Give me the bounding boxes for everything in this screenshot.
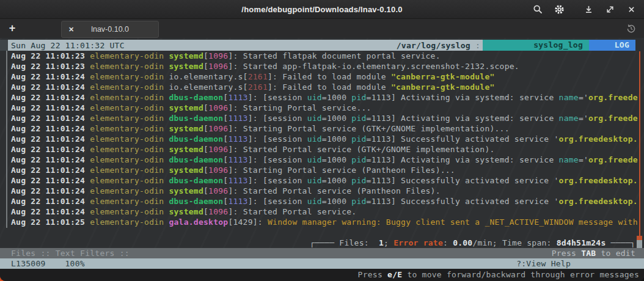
log-line: Aug 22 11:01:23 elementary-odin systemd[… — [0, 51, 644, 61]
close-icon[interactable] — [623, 1, 639, 17]
error-nav-key-hint: e/E — [387, 270, 402, 279]
filter-statusbar: Files :: Text Filters :: Press TAB to ed… — [0, 248, 644, 258]
lnav-terminal[interactable]: Sun Aug 22 11:01:32 UTC /var/log/syslog … — [0, 38, 644, 281]
log-view: Aug 22 11:01:23 elementary-odin systemd[… — [0, 51, 644, 227]
log-line: Aug 22 11:01:24 elementary-odin systemd[… — [0, 206, 644, 217]
topbar-notch — [0, 40, 8, 51]
download-icon[interactable] — [580, 1, 596, 17]
tab-label: lnav-0.10.0 — [74, 25, 146, 34]
log-line: Aug 22 11:01:24 elementary-odin dbus-dae… — [0, 196, 644, 206]
log-line: Aug 22 11:01:24 elementary-odin dbus-dae… — [0, 155, 644, 165]
tab-close-icon[interactable]: ✕ — [68, 26, 74, 34]
window-title: /home/debugpoint/Downloads/lnav-0.10.0 — [241, 5, 402, 14]
log-file-path: /var/log/syslog — [397, 40, 470, 51]
log-line: Aug 22 11:01:24 elementary-odin systemd[… — [0, 103, 644, 113]
scrollbar-thumb[interactable] — [637, 236, 642, 248]
log-line: Aug 22 11:01:25 elementary-odin gala.des… — [0, 217, 644, 227]
search-icon[interactable] — [530, 1, 546, 17]
log-line: Aug 22 11:01:24 elementary-odin io.eleme… — [0, 71, 644, 82]
view-help-hint[interactable]: ?:View Help — [516, 258, 571, 269]
log-left-rule — [6, 51, 7, 228]
scroll-percent: 100% — [65, 258, 85, 269]
log-line: Aug 22 11:01:24 elementary-odin systemd[… — [0, 123, 644, 134]
current-time: Sun Aug 22 11:01:32 UTC — [8, 40, 125, 51]
tabbar: + ✕ lnav-0.10.0 — [0, 19, 644, 39]
tab-key-hint: TAB — [581, 249, 596, 258]
log-line: Aug 22 11:01:24 elementary-odin io.eleme… — [0, 82, 644, 92]
terminal-window: /home/debugpoint/Downloads/lnav-0.10.0 +… — [0, 0, 644, 281]
titlebar[interactable]: /home/debugpoint/Downloads/lnav-0.10.0 — [0, 0, 644, 19]
resize-icon[interactable] — [602, 1, 618, 17]
view-name-badge: LOG — [589, 40, 635, 51]
files-summary-overlay: ┌──── Files: 1; Error rate: 0.00/min; Ti… — [0, 238, 644, 248]
line-number: L135009 — [11, 258, 46, 269]
keymap-hint-bar: Press e/E to move forward/backward throu… — [0, 269, 644, 281]
log-format-badge: syslog_log — [483, 40, 589, 51]
log-line: Aug 22 11:01:24 elementary-odin dbus-dae… — [0, 113, 644, 123]
topbar-edge — [635, 40, 644, 51]
gear-icon[interactable] — [551, 1, 567, 17]
history-icon[interactable] — [626, 23, 637, 34]
log-line: Aug 22 11:01:24 elementary-odin dbus-dae… — [0, 175, 644, 186]
lnav-top-statusbar: Sun Aug 22 11:01:32 UTC /var/log/syslog … — [0, 40, 644, 51]
filter-tabs-label[interactable]: Files :: Text Filters :: — [11, 248, 130, 258]
log-line: Aug 22 11:01:24 elementary-odin dbus-dae… — [0, 134, 644, 144]
path-separator: : — [470, 40, 483, 51]
log-line: Aug 22 11:01:24 elementary-odin systemd[… — [0, 186, 644, 196]
log-line: Aug 22 11:01:23 elementary-odin systemd[… — [0, 61, 644, 71]
log-line: Aug 22 11:01:24 elementary-odin systemd[… — [0, 144, 644, 155]
log-line: Aug 22 11:01:24 elementary-odin dbus-dae… — [0, 92, 644, 103]
log-line: Aug 22 11:01:24 elementary-odin systemd[… — [0, 165, 644, 175]
scrollbar-track[interactable] — [639, 51, 640, 238]
tab-lnav[interactable]: ✕ lnav-0.10.0 — [61, 21, 159, 38]
position-statusbar: L135009 100% ?:View Help — [0, 258, 644, 269]
new-tab-button[interactable]: + — [5, 21, 20, 36]
tab-hint: Press TAB to edit — [552, 248, 635, 258]
titlebar-actions — [524, 0, 639, 18]
